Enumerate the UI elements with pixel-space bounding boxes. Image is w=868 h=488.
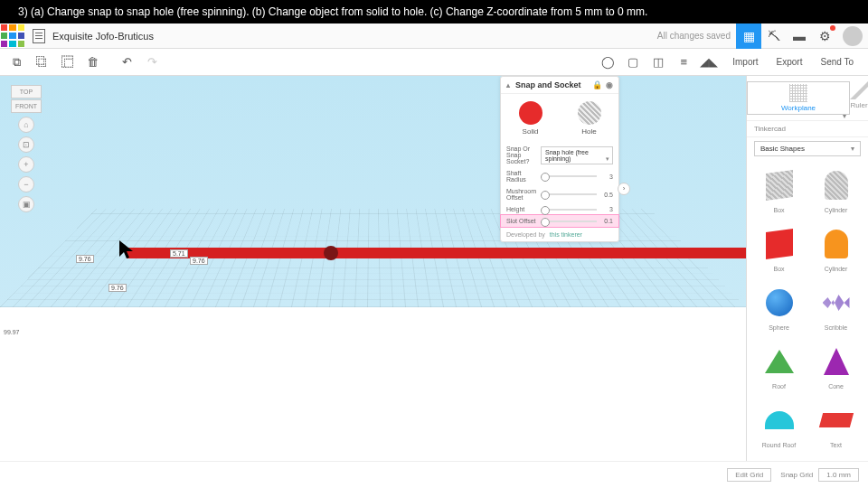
- redo-button[interactable]: ↷: [141, 52, 163, 73]
- solid-swatch: [519, 101, 542, 125]
- mirror-button[interactable]: ◢◣: [698, 52, 720, 73]
- prop-shaft: Shaft Radius 3: [501, 167, 618, 185]
- shape-round-roof[interactable]: Round Roof: [752, 400, 806, 455]
- instruction-bar: 3) (a) Change snap to snap hole (free sp…: [0, 0, 868, 23]
- user-avatar[interactable]: [843, 26, 863, 46]
- zoom-in-button[interactable]: +: [18, 156, 34, 173]
- viewcube-front[interactable]: FRONT: [11, 99, 42, 113]
- shaft-slider[interactable]: [541, 175, 597, 177]
- shape-scribble[interactable]: Scribble: [809, 283, 863, 338]
- solid-option[interactable]: Solid: [519, 101, 542, 136]
- group-button[interactable]: ▢: [622, 52, 644, 73]
- shape-cylinder-hole[interactable]: Cylinder: [809, 165, 863, 221]
- dim-b[interactable]: 9.76: [190, 257, 208, 265]
- mushroom-slider[interactable]: [541, 193, 597, 195]
- shape-library: Workplane Ruler Tinkercad Basic Shapes B…: [746, 76, 868, 461]
- prop-mushroom: Mushroom Offset 0.5: [501, 185, 618, 203]
- expand-panel-button[interactable]: ›: [618, 183, 630, 195]
- height-slider[interactable]: [541, 209, 597, 211]
- toolbar: ⧉ ⿻ ⿸ 🗑 ↶ ↷ ◯ ▢ ◫ ≡ ◢◣ Import Export Sen…: [0, 49, 868, 76]
- delete-button[interactable]: 🗑: [81, 52, 103, 73]
- ruler-tab[interactable]: Ruler: [850, 81, 868, 115]
- prop-snap: Snap Or Snap Socket? Snap hole (free spi…: [501, 143, 618, 167]
- inspector-title: Snap and Socket: [515, 80, 581, 89]
- snap-grid-select[interactable]: 1.0 mm: [818, 468, 859, 482]
- paste-button[interactable]: ⿻: [31, 52, 52, 73]
- notifications-button[interactable]: ⚙: [812, 23, 837, 49]
- copy-button[interactable]: ⧉: [5, 52, 27, 73]
- ortho-button[interactable]: ▣: [18, 196, 34, 212]
- edit-grid-button[interactable]: Edit Grid: [727, 468, 771, 482]
- hole-swatch: [578, 101, 601, 125]
- workplane-tab[interactable]: Workplane: [747, 81, 850, 115]
- tinkercad-logo[interactable]: [0, 23, 25, 49]
- inspector-panel: ▴ Snap and Socket 🔒 ◉ Solid Hole Snap Or…: [500, 76, 619, 242]
- axis-value: 99.97: [4, 329, 20, 335]
- developer-credit: Developed by this tinkerer: [501, 227, 618, 241]
- lock-icon[interactable]: 🔒: [592, 80, 602, 89]
- midpoint-handle[interactable]: [324, 246, 338, 260]
- save-status: All changes saved: [657, 31, 736, 41]
- snap-grid-label: Snap Grid: [780, 471, 813, 479]
- hole-option[interactable]: Hole: [578, 101, 601, 136]
- library-section: Tinkercad: [747, 121, 868, 137]
- export-button[interactable]: Export: [768, 57, 812, 67]
- slot-slider[interactable]: [541, 221, 597, 222]
- catalog-select[interactable]: Basic Shapes: [754, 141, 861, 156]
- pickaxe-button[interactable]: ⛏: [761, 23, 787, 49]
- developer-link[interactable]: this tinkerer: [550, 231, 582, 238]
- solid-hole-row: Solid Hole: [501, 94, 618, 143]
- shape-cylinder[interactable]: Cylinder: [809, 224, 863, 279]
- main-area: TOP FRONT ⌂ ⊡ + − ▣ 9.76 5.71 9.76 9.76 …: [0, 76, 868, 461]
- dim-a[interactable]: 5.71: [170, 249, 188, 258]
- undo-button[interactable]: ↶: [116, 52, 137, 73]
- viewcube-top[interactable]: TOP: [11, 85, 42, 99]
- bulb-icon[interactable]: ◯: [597, 52, 618, 73]
- shape-sphere[interactable]: Sphere: [752, 283, 806, 338]
- inspector-header: ▴ Snap and Socket 🔒 ◉: [501, 77, 618, 94]
- lightbulb-icon[interactable]: ◉: [606, 80, 613, 89]
- import-button[interactable]: Import: [723, 57, 767, 67]
- shape-box-hole[interactable]: Box: [752, 165, 806, 221]
- doc-title[interactable]: Exquisite Jofo-Bruticus: [52, 31, 154, 42]
- fit-view-button[interactable]: ⊡: [18, 136, 34, 153]
- dim-left[interactable]: 9.76: [76, 255, 94, 263]
- prop-slot: Slot Offset 0.1: [501, 215, 618, 227]
- doc-icon[interactable]: [33, 29, 45, 43]
- shape-text[interactable]: Text: [809, 400, 863, 455]
- top-bar: Exquisite Jofo-Bruticus All changes save…: [0, 23, 868, 49]
- ungroup-button[interactable]: ◫: [647, 52, 669, 73]
- home-view-button[interactable]: ⌂: [18, 117, 34, 133]
- sendto-button[interactable]: Send To: [811, 57, 863, 67]
- shape-roof[interactable]: Roof: [752, 342, 806, 397]
- lego-button[interactable]: ▬: [787, 23, 812, 49]
- align-button[interactable]: ≡: [673, 52, 694, 73]
- bottom-bar: Edit Grid Snap Grid 1.0 mm: [0, 461, 868, 488]
- dim-c[interactable]: 9.76: [108, 284, 127, 292]
- svg-marker-0: [119, 240, 133, 258]
- shape-cone[interactable]: Cone: [809, 342, 863, 397]
- selected-object[interactable]: [127, 248, 746, 258]
- workplane-canvas[interactable]: TOP FRONT ⌂ ⊡ + − ▣ 9.76 5.71 9.76 9.76 …: [0, 76, 746, 461]
- zoom-out-button[interactable]: −: [18, 176, 34, 192]
- cursor-icon: [116, 239, 139, 262]
- duplicate-button[interactable]: ⿸: [56, 52, 78, 73]
- snap-select[interactable]: Snap hole (free spinning): [541, 146, 613, 164]
- prop-height: Height 3: [501, 203, 618, 215]
- blocks-view-button[interactable]: ▦: [736, 23, 761, 49]
- shape-box[interactable]: Box: [752, 224, 806, 279]
- view-cube[interactable]: TOP FRONT ⌂ ⊡ + − ▣: [11, 85, 42, 216]
- collapse-icon[interactable]: ▴: [506, 81, 510, 89]
